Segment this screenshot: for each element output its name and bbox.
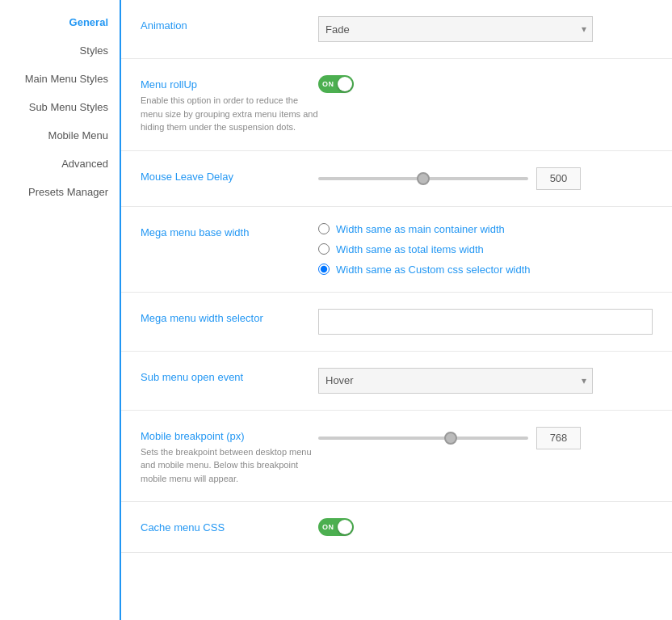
mouse-leave-delay-value[interactable] <box>536 167 581 190</box>
toggle-knob <box>338 77 352 91</box>
mega-menu-radio-group: Width same as main container width Width… <box>318 223 531 276</box>
cache-toggle-knob <box>338 520 352 534</box>
radio-items-input[interactable] <box>318 243 330 255</box>
mobile-breakpoint-section: Mobile breakpoint (px) Sets the breakpoi… <box>121 411 672 503</box>
sidebar-item-main-menu-styles[interactable]: Main Menu Styles <box>0 65 120 93</box>
sidebar-item-styles[interactable]: Styles <box>0 36 120 65</box>
mobile-breakpoint-control <box>318 427 653 449</box>
mega-menu-width-selector-section: Mega menu width selector <box>121 293 672 352</box>
radio-items-label: Width same as total items width <box>336 243 484 255</box>
sub-menu-open-event-section: Sub menu open event Hover Click <box>121 352 672 411</box>
animation-section: Animation Fade Slide None <box>121 0 672 59</box>
mouse-leave-delay-control <box>318 167 653 190</box>
menu-rollup-label: Menu rollUp Enable this option in order … <box>141 75 318 134</box>
sub-menu-open-event-label: Sub menu open event <box>141 368 318 383</box>
sub-menu-dropdown-wrap: Hover Click <box>318 368 593 394</box>
mega-menu-width-selector-control <box>318 309 653 335</box>
radio-custom-label: Width same as Custom css selector width <box>336 264 531 276</box>
main-content: Animation Fade Slide None Menu rollUp En… <box>121 0 672 620</box>
app-layout: General Styles Main Menu Styles Sub Menu… <box>0 0 672 620</box>
mega-menu-width-selector-label: Mega menu width selector <box>141 309 318 324</box>
mega-menu-base-width-control: Width same as main container width Width… <box>318 223 653 276</box>
mobile-breakpoint-description: Sets the breakpoint between desktop menu… <box>141 445 318 486</box>
cache-menu-css-section: Cache menu CSS ON <box>121 502 672 553</box>
radio-container-label: Width same as main container width <box>336 223 505 235</box>
menu-rollup-section: Menu rollUp Enable this option in order … <box>121 59 672 151</box>
mouse-leave-delay-label: Mouse Leave Delay <box>141 167 318 183</box>
animation-dropdown[interactable]: Fade Slide None <box>318 16 593 42</box>
cache-toggle-on-label: ON <box>322 523 334 531</box>
menu-rollup-toggle[interactable]: ON <box>318 75 354 93</box>
animation-control: Fade Slide None <box>318 16 653 42</box>
animation-label: Animation <box>141 16 318 32</box>
mouse-leave-delay-section: Mouse Leave Delay <box>121 151 672 207</box>
sidebar-item-advanced[interactable]: Advanced <box>0 150 120 178</box>
sub-menu-open-event-control: Hover Click <box>318 368 653 394</box>
menu-rollup-description: Enable this option in order to reduce th… <box>141 94 318 134</box>
toggle-track: ON <box>318 75 354 93</box>
cache-menu-css-label: Cache menu CSS <box>141 518 318 534</box>
sidebar-item-general[interactable]: General <box>0 8 120 36</box>
sidebar-item-presets-manager[interactable]: Presets Manager <box>0 178 120 206</box>
mobile-breakpoint-slider[interactable] <box>318 437 528 440</box>
radio-container-width[interactable]: Width same as main container width <box>318 223 531 235</box>
radio-items-width[interactable]: Width same as total items width <box>318 243 531 255</box>
cache-toggle-track: ON <box>318 518 354 536</box>
radio-container-input[interactable] <box>318 223 330 234</box>
radio-custom-input[interactable] <box>318 264 330 275</box>
mega-menu-base-width-label: Mega menu base width <box>141 223 318 238</box>
sidebar-item-mobile-menu[interactable]: Mobile Menu <box>0 121 120 150</box>
mobile-breakpoint-value[interactable] <box>536 427 581 449</box>
menu-rollup-control: ON <box>318 75 653 93</box>
mobile-breakpoint-slider-wrap <box>318 427 581 449</box>
radio-custom-width[interactable]: Width same as Custom css selector width <box>318 264 531 276</box>
cache-menu-css-control: ON <box>318 518 653 536</box>
mega-menu-width-selector-input[interactable] <box>318 309 653 335</box>
sub-menu-open-event-dropdown[interactable]: Hover Click <box>318 368 593 394</box>
cache-menu-css-toggle[interactable]: ON <box>318 518 354 536</box>
mouse-leave-delay-slider[interactable] <box>318 177 528 180</box>
slider-wrap <box>318 167 581 190</box>
animation-dropdown-wrap: Fade Slide None <box>318 16 593 42</box>
toggle-on-label: ON <box>322 80 334 88</box>
sidebar-item-sub-menu-styles[interactable]: Sub Menu Styles <box>0 93 120 121</box>
mega-menu-base-width-section: Mega menu base width Width same as main … <box>121 207 672 293</box>
mobile-breakpoint-label: Mobile breakpoint (px) Sets the breakpoi… <box>141 427 318 486</box>
sidebar: General Styles Main Menu Styles Sub Menu… <box>0 0 121 620</box>
